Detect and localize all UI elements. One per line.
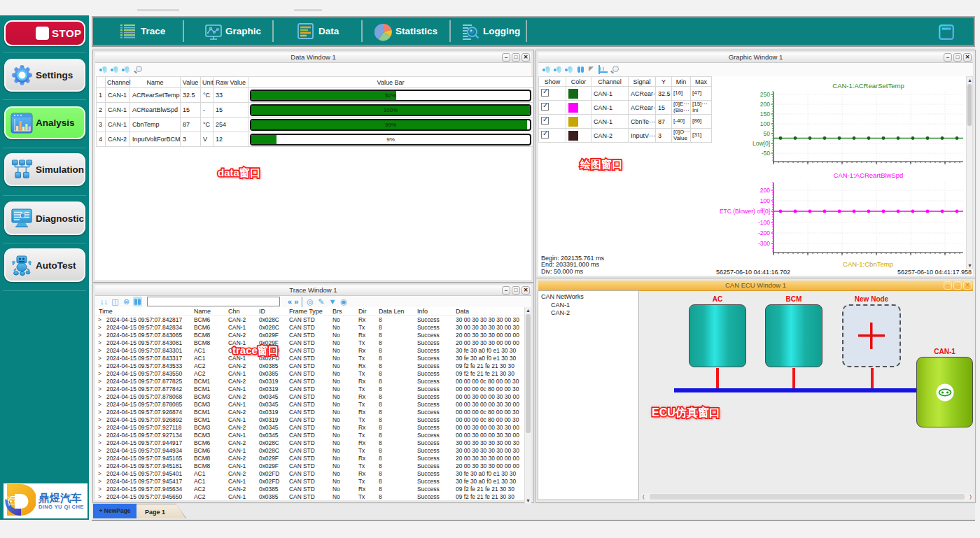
svg-text:CAN-1:ACReartBlwSpd: CAN-1:ACReartBlwSpd	[834, 171, 904, 179]
svg-text:-300: -300	[758, 240, 770, 247]
svg-text:100: 100	[760, 120, 770, 127]
svg-text:-50: -50	[762, 150, 771, 157]
svg-text:100: 100	[760, 197, 770, 204]
svg-text:ETC (Blower) off[0]: ETC (Blower) off[0]	[720, 208, 770, 215]
svg-text:200: 200	[760, 101, 770, 108]
svg-text:50: 50	[764, 130, 771, 137]
svg-text:CAN-1:ACRearSetTemp: CAN-1:ACRearSetTemp	[832, 82, 904, 90]
svg-text:-100: -100	[758, 219, 770, 226]
svg-text:200: 200	[760, 187, 770, 194]
svg-text:150: 150	[760, 111, 770, 118]
svg-text:Low[0]: Low[0]	[752, 140, 770, 147]
svg-text:250: 250	[760, 91, 770, 98]
svg-text:CAN-1:CbnTemp: CAN-1:CbnTemp	[843, 260, 893, 268]
svg-text:-200: -200	[758, 229, 770, 236]
